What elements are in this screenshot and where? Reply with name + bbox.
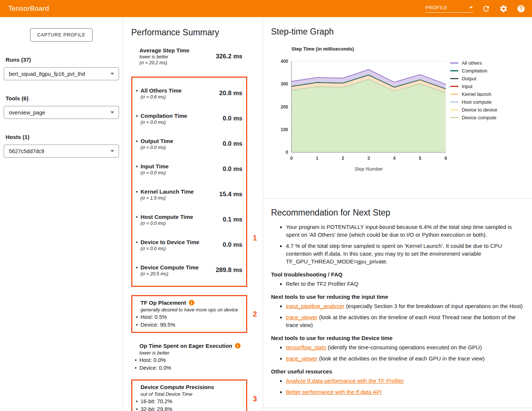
metric-value: 289.8 ms (216, 266, 242, 274)
metric-label: Output Time (141, 138, 173, 144)
svg-text:2: 2 (342, 156, 344, 161)
refresh-icon[interactable] (482, 4, 490, 13)
list-item: input_pipeline_analyzer (especially Sect… (286, 302, 525, 310)
legend-swatch (450, 86, 458, 87)
metric-sigma: (σ = 1.5 ms) (141, 195, 194, 201)
hosts-select[interactable]: 5627c5dd7dc9 (4, 145, 119, 158)
metric-value: 0.0 ms (223, 115, 242, 122)
main-layout: CAPTURE PROFILE Runs (37) bert_squad_8gp… (0, 17, 532, 411)
bullet-icon (133, 138, 141, 145)
bullet-icon (132, 365, 139, 371)
eager-execution-section: Op Time Spent on Eager Execution lower i… (131, 343, 247, 371)
list-item-text: (especially Section 3 for the breakdown … (345, 303, 523, 309)
list-item: trace_viewer (look at the activities on … (286, 355, 525, 362)
svg-text:300: 300 (281, 81, 288, 87)
app-title: TensorBoard (8, 4, 49, 13)
annotation-number-3: 3 (253, 395, 257, 403)
metric-row: Device to Device Time (σ = 0.0 ms) 0.0 m… (133, 232, 242, 258)
tools-group: Tools (6) overview_page (4, 95, 119, 119)
list-item-text: (look at the activities on the timeline … (286, 314, 516, 328)
gear-icon[interactable] (499, 4, 508, 13)
list-item: tensorflow_stats (identify the time-cons… (286, 343, 525, 351)
metric-label: Device to Device Time (141, 239, 199, 245)
performance-summary-title: Performance Summary (131, 27, 263, 38)
tools-label: Tools (6) (4, 95, 119, 101)
capture-profile-button[interactable]: CAPTURE PROFILE (30, 28, 93, 42)
tfdata-performance-link[interactable]: Analyze tf.data performance with the TF … (286, 378, 404, 384)
metric-value: 0.1 ms (223, 216, 242, 223)
legend-swatch (450, 70, 458, 71)
trace-viewer-link[interactable]: trace_viewer (286, 314, 317, 320)
device-precisions-box: Device Compute Precisions out of Total D… (131, 379, 247, 411)
legend-label: Compilation (462, 68, 487, 74)
help-icon[interactable] (517, 4, 525, 13)
device-percent: Device: 99.5% (141, 322, 175, 328)
dashboard-select[interactable]: PROFILE (425, 5, 473, 13)
runs-select[interactable]: bert_squad_8gpu_fp16_pvt_thd (4, 67, 119, 80)
metric-row: Compilation Time (σ = 0.0 ms) 0.0 ms (133, 106, 242, 131)
tf-op-placement-subtitle: generally desired to have more ops on de… (133, 307, 242, 313)
metric-sigma: (σ = 0.0 ms) (141, 246, 199, 251)
recommendation-title: Recommendation for Next Step (271, 208, 525, 218)
metric-sigma: (σ = 20.5 ms) (141, 271, 199, 276)
metric-label: Compilation Time (141, 113, 187, 119)
legend-swatch (450, 78, 458, 79)
list-item: trace_viewer (look at the activities on … (286, 313, 525, 329)
info-icon[interactable] (189, 300, 194, 305)
legend-label: All others (462, 60, 482, 66)
legend-item: Compilation (450, 68, 497, 73)
dashboard-select-value: PROFILE (425, 5, 448, 10)
tf-op-placement-host: Host: 0.5% (133, 314, 242, 320)
annotation-number-2: 2 (253, 310, 257, 318)
device-precisions-subtitle: out of Total Device Time (133, 391, 242, 397)
chevron-down-icon (469, 7, 473, 9)
average-step-time-sigma: (σ = 20.2 ms) (139, 60, 189, 65)
average-step-time-label: Average Step Time (139, 47, 189, 54)
metric-value: 0.0 ms (223, 241, 242, 249)
bullet-icon (133, 398, 141, 405)
bullet-icon (133, 214, 141, 221)
metric-row: Input Time (σ = 0.0 ms) 0.0 ms (133, 156, 242, 182)
legend-item: All others (450, 61, 497, 65)
svg-text:Step Time (in milliseconds): Step Time (in milliseconds) (291, 46, 354, 52)
average-step-time-texts: Average Step Time lower is better (σ = 2… (139, 47, 189, 65)
right-panel: Step-time Graph Step Time (in millisecon… (263, 17, 532, 411)
recommendation-bullet: 4.7 % of the total step time sampled is … (286, 242, 525, 265)
list-item: Analyze tf.data performance with the TF … (286, 377, 525, 385)
legend-item: Device compute (450, 115, 497, 120)
bullet-icon (133, 163, 141, 170)
legend-item: Device to device (450, 107, 497, 112)
eager-device: Device: 0.0% (132, 365, 244, 371)
eager-execution-title: Op Time Spent on Eager Execution (139, 343, 232, 349)
hosts-label: Hosts (1) (4, 134, 119, 140)
other-resources-heading: Other useful resources (271, 368, 525, 375)
metric-sigma: (σ = 0.6 ms) (141, 94, 182, 100)
info-icon[interactable] (235, 343, 241, 349)
average-step-time-row: Average Step Time lower is better (σ = 2… (131, 42, 247, 68)
legend-label: Output (462, 76, 476, 81)
legend-item: Kernel launch (450, 92, 497, 97)
metric-label: All Others Time (141, 87, 182, 94)
bullet-icon (132, 357, 139, 363)
metric-sigma: (σ = 0.0 ms) (141, 120, 187, 125)
tensorflow-stats-link[interactable]: tensorflow_stats (286, 344, 326, 350)
metric-row: All Others Time (σ = 0.6 ms) 20.8 ms (133, 81, 242, 106)
runs-group: Runs (37) bert_squad_8gpu_fp16_pvt_thd (4, 56, 119, 80)
trace-viewer-link[interactable]: trace_viewer (286, 355, 317, 362)
metric-row: Host Compute Time (σ = 0.0 ms) 0.1 ms (133, 207, 242, 232)
tfdata-api-link[interactable]: Better performance with the tf.data API (286, 389, 382, 395)
input-pipeline-analyzer-link[interactable]: input_pipeline_analyzer (286, 303, 345, 309)
step-time-graph-panel: Step-time Graph Step Time (in millisecon… (263, 17, 532, 199)
tools-select[interactable]: overview_page (4, 106, 119, 119)
svg-text:100: 100 (281, 127, 288, 132)
list-item: Better performance with the tf.data API (286, 388, 525, 396)
bit16-percent: 16-bit: 70.2% (141, 398, 172, 405)
legend-label: Device to device (462, 107, 497, 113)
tf-op-placement-title: TF Op Placement (141, 300, 186, 306)
svg-text:0: 0 (286, 150, 288, 155)
bit32-percent: 32-bit: 29.8% (141, 406, 172, 411)
precision-32bit: 32-bit: 29.8% (133, 406, 242, 411)
step-time-breakdown-box: All Others Time (σ = 0.6 ms) 20.8 ms Com… (131, 77, 247, 287)
metric-value: 0.0 ms (223, 165, 242, 173)
app-header: TensorBoard PROFILE (0, 0, 532, 17)
